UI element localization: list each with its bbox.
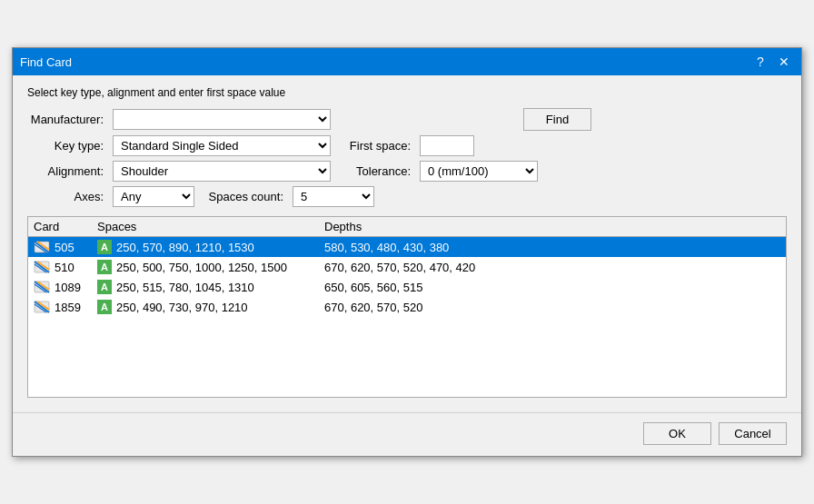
depths-cell: 650, 605, 560, 515 [324,281,780,294]
spaces-value: 250, 515, 780, 1045, 1310 [116,281,254,294]
title-bar-controls: ? ✕ [750,52,794,72]
find-card-dialog: Find Card ? ✕ Select key type, alignment… [12,47,802,457]
table-row[interactable]: 1859 A 250, 490, 730, 970, 1210 670, 620… [28,297,786,317]
col-card: Card [34,220,97,233]
spaces-badge: A [97,240,112,254]
spaces-value: 250, 500, 750, 1000, 1250, 1500 [116,261,287,274]
spaces-badge: A [97,280,112,294]
spaces-count-label: Spaces count: [207,190,289,203]
col-spaces: Spaces [97,220,324,233]
card-number: 510 [55,261,74,274]
axes-select[interactable]: Any [113,186,194,207]
card-cell: 505 [34,240,97,254]
table-row[interactable]: 510 A 250, 500, 750, 1000, 1250, 1500 67… [28,257,786,277]
spaces-cell: A 250, 490, 730, 970, 1210 [97,300,324,314]
spaces-count-select[interactable]: 5 [293,186,374,207]
find-button[interactable]: Find [523,108,591,131]
spaces-badge: A [97,260,112,274]
tolerance-select[interactable]: 0 (mm/100) [420,161,538,182]
dialog-body: Select key type, alignment and enter fir… [13,75,801,409]
depths-cell: 580, 530, 480, 430, 380 [324,241,780,254]
card-cell: 1859 [34,300,97,314]
table-header: Card Spaces Depths [28,217,786,237]
first-space-input[interactable]: 250 [420,135,474,156]
depths-value: 670, 620, 570, 520 [324,301,422,314]
results-table: Card Spaces Depths 505 A 250, 570, 890, … [27,216,787,398]
close-button[interactable]: ✕ [774,52,794,72]
col-depths: Depths [324,220,780,233]
dialog-footer: OK Cancel [13,412,801,456]
card-cell: 510 [34,260,97,274]
manufacturer-select[interactable] [113,109,331,130]
depths-cell: 670, 620, 570, 520, 470, 420 [324,261,780,274]
key-icon [34,300,50,314]
card-cell: 1089 [34,280,97,294]
first-space-label: First space: [334,139,416,153]
help-button[interactable]: ? [750,52,770,72]
key-icon [34,240,50,254]
axes-label: Axes: [27,190,109,203]
spaces-cell: A 250, 515, 780, 1045, 1310 [97,280,324,294]
table-row[interactable]: 505 A 250, 570, 890, 1210, 1530 580, 530… [28,237,786,257]
alignment-select[interactable]: Shoulder [113,161,331,182]
card-number: 1859 [55,301,81,314]
depths-cell: 670, 620, 570, 520 [324,301,780,314]
depths-value: 650, 605, 560, 515 [324,281,422,294]
key-type-select[interactable]: Standard Single Sided [113,135,331,156]
spaces-cell: A 250, 570, 890, 1210, 1530 [97,240,324,254]
alignment-label: Alignment: [27,164,109,178]
card-number: 505 [55,241,74,254]
key-icon [34,280,50,294]
depths-value: 580, 530, 480, 430, 380 [324,241,449,254]
key-type-label: Key type: [27,139,109,153]
instruction-text: Select key type, alignment and enter fir… [27,86,787,99]
tolerance-label: Tolerance: [334,164,416,178]
table-body: 505 A 250, 570, 890, 1210, 1530 580, 530… [28,237,786,317]
dialog-title: Find Card [20,55,72,69]
card-number: 1089 [55,281,81,294]
spaces-value: 250, 570, 890, 1210, 1530 [116,241,254,254]
cancel-button[interactable]: Cancel [719,422,787,445]
manufacturer-label: Manufacturer: [27,113,109,126]
table-row[interactable]: 1089 A 250, 515, 780, 1045, 1310 650, 60… [28,277,786,297]
spaces-badge: A [97,300,112,314]
spaces-cell: A 250, 500, 750, 1000, 1250, 1500 [97,260,324,274]
spaces-value: 250, 490, 730, 970, 1210 [116,301,248,314]
key-icon [34,260,50,274]
title-bar: Find Card ? ✕ [13,48,801,75]
depths-value: 670, 620, 570, 520, 470, 420 [324,261,475,274]
ok-button[interactable]: OK [643,422,711,445]
